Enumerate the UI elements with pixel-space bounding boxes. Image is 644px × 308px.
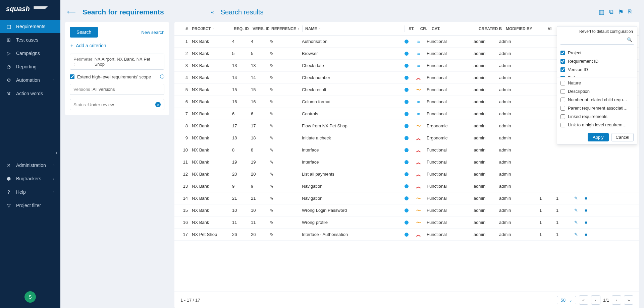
column-option[interactable]: Reference [560, 74, 634, 77]
criterion-versions[interactable]: Versions : All versions [70, 84, 164, 95]
column-checkbox[interactable] [560, 67, 565, 72]
edit-icon[interactable]: ✎ [270, 172, 274, 177]
edit-icon[interactable]: ✎ [270, 208, 274, 213]
criterion-status[interactable]: Status : Under review ✕ [70, 99, 164, 110]
edit-icon[interactable]: ✎ [270, 99, 274, 105]
back-icon[interactable]: ⟵ [67, 8, 76, 16]
cancel-button[interactable]: Cancel [611, 133, 634, 141]
table-row[interactable]: 12 NX Bank 20 20 ✎ List all payments ︽ F… [174, 168, 639, 180]
pencil-icon[interactable]: ✎ [574, 208, 578, 213]
cell-reference[interactable]: ✎ [268, 160, 300, 165]
column-checkbox[interactable] [560, 98, 565, 102]
cell-reference[interactable]: ✎ [268, 63, 300, 68]
cell-folder-action[interactable]: ■ [581, 196, 591, 201]
table-row[interactable]: 13 NX Bank 9 9 ✎ Navigation ︽ Functional… [174, 180, 639, 192]
extend-scope-checkbox[interactable]: Extend high-level requirements' scope ⓘ [70, 74, 164, 80]
prev-page-button[interactable]: ‹ [591, 295, 600, 305]
edit-icon[interactable]: ✎ [270, 39, 274, 44]
cell-reference[interactable]: ✎ [268, 135, 300, 141]
edit-icon[interactable]: ✎ [270, 220, 274, 225]
sidebar-item-automation[interactable]: ⚙Automation› [0, 73, 60, 87]
cell-reference[interactable]: ✎ [268, 123, 300, 129]
column-option[interactable]: Nature [560, 79, 634, 87]
edit-icon[interactable]: ✎ [270, 135, 274, 141]
edit-icon[interactable]: ✎ [270, 196, 274, 201]
sidebar-item-administration[interactable]: ✕Administration› [0, 159, 60, 172]
extend-scope-input[interactable] [70, 74, 74, 79]
column-checkbox[interactable] [560, 123, 565, 127]
cell-reference[interactable]: ✎ [268, 147, 300, 153]
col-reference[interactable]: REFERENCE↑ [269, 26, 302, 31]
col-criticality[interactable]: CR. [418, 26, 430, 31]
edit-icon[interactable]: ✎ [270, 87, 274, 93]
sidebar-item-requirements[interactable]: ◫Requirements [0, 20, 60, 33]
edit-icon[interactable]: ✎ [270, 111, 274, 117]
edit-icon[interactable]: ✎ [270, 147, 274, 153]
table-row[interactable]: 10 NX Bank 8 8 ✎ Interface ︽ Functional … [174, 144, 639, 156]
edit-icon[interactable]: ✎ [270, 184, 274, 189]
popover-search-input[interactable] [560, 37, 634, 45]
cell-folder-action[interactable]: ■ [581, 232, 591, 237]
cell-reference[interactable]: ✎ [268, 208, 300, 213]
cell-reference[interactable]: ✎ [268, 39, 300, 44]
cell-reference[interactable]: ✎ [268, 196, 300, 201]
columns-icon[interactable]: ▥ [599, 8, 604, 16]
folder-icon[interactable]: ■ [585, 208, 587, 213]
cell-reference[interactable]: ✎ [268, 232, 300, 237]
column-checkbox[interactable] [560, 89, 565, 94]
cell-reference[interactable]: ✎ [268, 111, 300, 117]
column-checkbox[interactable] [560, 59, 565, 64]
table-row[interactable]: 14 NX Bank 21 21 ✎ Navigation 〜 Function… [174, 192, 639, 204]
folder-icon[interactable]: ■ [585, 232, 587, 237]
pencil-icon[interactable]: ✎ [574, 232, 578, 237]
add-criterion-button[interactable]: + Add a criterion [70, 42, 164, 50]
sidebar-item-action-words[interactable]: ♛Action words [0, 87, 60, 100]
sidebar-item-test-cases[interactable]: ⊞Test cases [0, 33, 60, 47]
copy-icon[interactable]: ⧉ [609, 8, 613, 16]
column-option[interactable]: Link to a high level requirem… [560, 121, 634, 129]
folder-icon[interactable]: ■ [585, 220, 587, 225]
col-reqid[interactable]: REQ. ID [232, 26, 251, 31]
new-search-link[interactable]: New search [141, 30, 164, 35]
cell-edit-action[interactable]: ✎ [571, 220, 581, 225]
cell-reference[interactable]: ✎ [268, 172, 300, 177]
cell-reference[interactable]: ✎ [268, 99, 300, 105]
column-checkbox[interactable] [560, 106, 565, 111]
page-size-select[interactable]: 50 ⌄ [557, 296, 576, 304]
edit-icon[interactable]: ✎ [270, 232, 274, 237]
edit-icon[interactable]: ✎ [270, 51, 274, 56]
cell-reference[interactable]: ✎ [268, 51, 300, 56]
edit-icon[interactable]: ✎ [270, 63, 274, 68]
col-name[interactable]: NAME↑ [303, 26, 404, 31]
column-checkbox[interactable] [560, 81, 565, 85]
folder-icon[interactable]: ■ [585, 196, 587, 201]
col-modifiedby[interactable]: MODIFIED BY [504, 26, 544, 31]
col-number[interactable]: # [176, 26, 190, 31]
table-row[interactable]: 15 NX Bank 10 10 ✎ Wrong Login Password … [174, 204, 639, 217]
flag-icon[interactable]: ⚑ [618, 8, 624, 16]
column-option[interactable]: Linked requirements [560, 112, 634, 121]
sidebar-item-bugtrackers[interactable]: ⬢Bugtrackers› [0, 172, 60, 185]
edit-icon[interactable]: ✎ [270, 160, 274, 165]
table-row[interactable]: 17 NX Pet Shop 26 26 ✎ Interface - Autho… [174, 229, 639, 241]
table-row[interactable]: 11 NX Bank 19 19 ✎ Interface ︽ Functiona… [174, 156, 639, 168]
results-back-icon[interactable]: « [211, 9, 214, 15]
col-versid[interactable]: VERS. ID [251, 26, 269, 31]
column-option[interactable]: Project [560, 49, 634, 57]
sidebar-item-help[interactable]: ?Help› [0, 185, 60, 199]
sidebar-item-campaigns[interactable]: ▷Campaigns [0, 47, 60, 60]
help-icon[interactable]: ⓘ [160, 74, 164, 80]
col-status[interactable]: ST. [406, 26, 418, 31]
criterion-perimeter[interactable]: Perimeter : NX Airport, NX Bank, NX Pet … [70, 54, 164, 70]
popover-revert-link[interactable]: Revert to default configuration [557, 26, 637, 35]
cell-folder-action[interactable]: ■ [581, 208, 591, 213]
edit-icon[interactable]: ✎ [270, 123, 274, 129]
col-project[interactable]: PROJECT↑ [190, 26, 230, 31]
pencil-icon[interactable]: ✎ [574, 196, 578, 201]
column-option[interactable]: Requirement ID [560, 57, 634, 65]
column-option[interactable]: Description [560, 87, 634, 96]
cell-edit-action[interactable]: ✎ [571, 232, 581, 237]
cell-edit-action[interactable]: ✎ [571, 208, 581, 213]
edit-icon[interactable]: ✎ [270, 75, 274, 80]
cell-reference[interactable]: ✎ [268, 75, 300, 80]
